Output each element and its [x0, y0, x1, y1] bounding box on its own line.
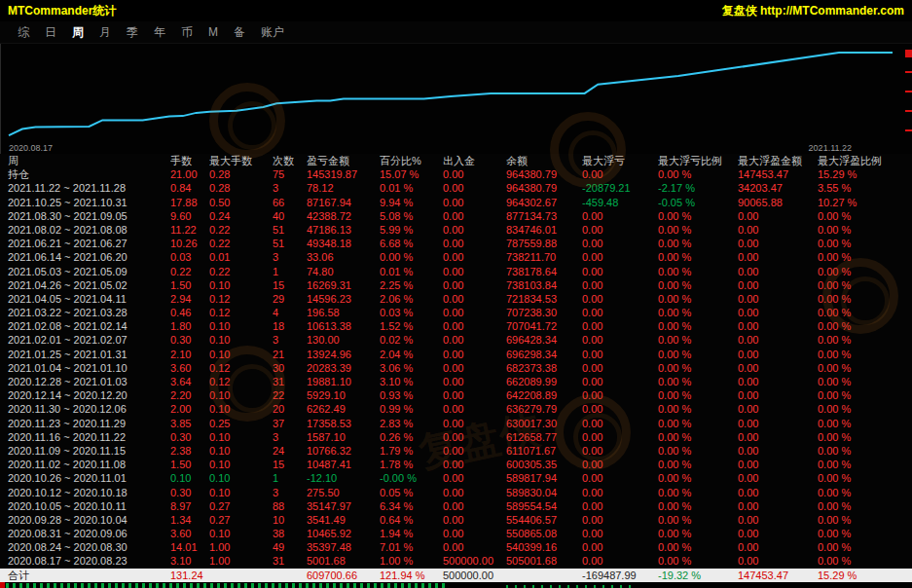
cell: 2021.02.08 ~ 2021.02.14 [8, 319, 170, 333]
cell: 0.00 % [818, 540, 912, 554]
cell: 0.00 [582, 430, 658, 444]
cell: 周 [8, 154, 170, 167]
table-row[interactable]: 2020.08.31 ~ 2020.09.063.600.103810465.9… [0, 527, 912, 540]
cell: 2.06 % [380, 292, 443, 306]
cell: 0.00 [443, 499, 506, 513]
table-row[interactable]: 2020.12.28 ~ 2021.01.033.640.123119881.1… [0, 375, 912, 388]
titlebar-link[interactable]: 复盘侠 http://MTCommander.com [722, 3, 904, 19]
cell: 0.00 [443, 486, 506, 499]
table-row[interactable]: 2020.11.02 ~ 2020.11.081.500.101510487.4… [0, 458, 912, 471]
menu-item-日[interactable]: 日 [37, 24, 64, 41]
cell: 0.01 [209, 250, 273, 264]
cell: 5929.10 [307, 388, 380, 402]
cell: 余额 [506, 154, 582, 167]
cell: 0.00 [443, 292, 506, 306]
table-row[interactable]: 2021.04.26 ~ 2021.05.021.500.101516269.3… [0, 278, 912, 292]
table-row[interactable]: 持仓21.000.2875145319.8715.07 %0.00964380.… [0, 167, 912, 181]
cell: 0.00 [738, 513, 818, 527]
table-row[interactable]: 2021.02.01 ~ 2021.02.070.300.103130.000.… [0, 333, 912, 347]
table-row[interactable]: 2021.03.22 ~ 2021.03.280.460.124196.580.… [0, 306, 912, 319]
cell: 0.00 [738, 333, 818, 347]
cell: 0.00 % [818, 375, 912, 388]
table-row[interactable]: 2020.11.30 ~ 2020.12.062.000.10206262.49… [0, 402, 912, 416]
cell: 612658.77 [506, 430, 582, 444]
total-row[interactable]: 合计131.24609700.66121.94 %500000.00-16948… [0, 569, 912, 582]
cell: 40 [273, 209, 307, 223]
cell: 3 [273, 486, 307, 499]
cell: 10766.32 [307, 444, 380, 458]
cell: 0.00 % [658, 209, 738, 223]
cell: 0.00 [443, 348, 506, 361]
cell: 0.27 [209, 499, 273, 513]
cell: 121.94 % [380, 569, 443, 582]
cell: 642208.89 [506, 388, 582, 402]
cell: 1.00 % [380, 554, 443, 568]
table-row[interactable]: 2021.05.03 ~ 2021.05.090.220.22174.800.0… [0, 265, 912, 278]
cell: 2021.01.25 ~ 2021.01.31 [8, 348, 170, 361]
cell: 31 [273, 554, 307, 568]
cell: 131.24 [170, 569, 209, 582]
cell: 787559.88 [506, 237, 582, 250]
table-row[interactable]: 2021.08.02 ~ 2021.08.0811.220.225147186.… [0, 223, 912, 237]
cell: 0.00 [443, 167, 506, 181]
cell: 589817.94 [506, 471, 582, 485]
cell: 0.30 [170, 486, 209, 499]
cell: 0.00 % [658, 527, 738, 540]
table-row[interactable]: 2021.06.21 ~ 2021.06.2710.260.225149348.… [0, 237, 912, 250]
cell: 6.68 % [380, 237, 443, 250]
cell: 74.80 [307, 265, 380, 278]
cell: -0.05 % [658, 196, 738, 209]
cell: 0.22 [170, 265, 209, 278]
cell: 2.20 [170, 388, 209, 402]
table-row[interactable]: 2021.10.25 ~ 2021.10.3117.880.506687167.… [0, 196, 912, 209]
cell: 0.00 % [658, 471, 738, 485]
menu-item-综[interactable]: 综 [10, 24, 37, 41]
menu-item-M[interactable]: M [201, 25, 226, 39]
table-row[interactable]: 2020.08.17 ~ 2020.08.233.101.00315001.68… [0, 554, 912, 568]
menu-item-季[interactable]: 季 [119, 24, 146, 41]
menu-item-年[interactable]: 年 [146, 24, 173, 41]
menu-item-账户[interactable]: 账户 [253, 24, 292, 41]
cell: 0.00 [443, 527, 506, 540]
table-row[interactable]: 2020.11.23 ~ 2020.11.293.850.253717358.5… [0, 417, 912, 430]
cell: 15 [273, 458, 307, 471]
cell: 738211.70 [506, 250, 582, 264]
table-row[interactable]: 2020.09.28 ~ 2020.10.041.340.27103541.49… [0, 513, 912, 527]
cell: 10.26 [170, 237, 209, 250]
cell: 0.10 [209, 444, 273, 458]
cell: 0.10 [209, 471, 273, 485]
table-row[interactable]: 2020.11.09 ~ 2020.11.152.380.102410766.3… [0, 444, 912, 458]
cell: 5.08 % [380, 209, 443, 223]
menu-item-币[interactable]: 币 [173, 24, 201, 41]
table-row[interactable]: 2020.12.14 ~ 2020.12.202.200.10225929.10… [0, 388, 912, 402]
table-row[interactable]: 2021.02.08 ~ 2021.02.141.800.101810613.3… [0, 319, 912, 333]
cell: 15.29 % [818, 569, 912, 582]
table-row[interactable]: 2021.08.30 ~ 2021.09.059.600.244042388.7… [0, 209, 912, 223]
cell: 0.10 [209, 319, 273, 333]
cell: 707238.30 [506, 306, 582, 319]
table-row[interactable]: 2021.01.25 ~ 2021.01.312.100.102113924.9… [0, 348, 912, 361]
title-bar: MTCommander统计 复盘侠 http://MTCommander.com [0, 0, 912, 21]
cell: 0.00 % [658, 499, 738, 513]
cell: 34203.47 [738, 181, 818, 195]
cell: 1.34 [170, 513, 209, 527]
cell: 554406.57 [506, 513, 582, 527]
table-row[interactable]: 2021.04.05 ~ 2021.04.112.940.122914596.2… [0, 292, 912, 306]
cell: 500000.00 [443, 569, 506, 582]
menu-item-周[interactable]: 周 [64, 24, 91, 41]
table-row[interactable]: 2020.10.12 ~ 2020.10.180.300.103275.500.… [0, 486, 912, 499]
table-row[interactable]: 2021.06.14 ~ 2021.06.200.030.01333.060.0… [0, 250, 912, 264]
table-row[interactable]: 2021.11.22 ~ 2021.11.280.840.28378.120.0… [0, 181, 912, 195]
table-row[interactable]: 2020.10.05 ~ 2020.10.118.970.278835147.9… [0, 499, 912, 513]
cell: 15.29 % [818, 167, 912, 181]
menu-item-备[interactable]: 备 [226, 24, 253, 41]
cell: 3 [273, 430, 307, 444]
menu-item-月[interactable]: 月 [91, 24, 119, 41]
table-row[interactable]: 2020.11.16 ~ 2020.11.220.300.1031587.100… [0, 430, 912, 444]
cell: 682373.38 [506, 361, 582, 375]
cell: 0.10 [209, 402, 273, 416]
table-row[interactable]: 2021.01.04 ~ 2021.01.103.600.123020283.3… [0, 361, 912, 375]
table-row[interactable]: 2020.08.24 ~ 2020.08.3014.011.004935397.… [0, 540, 912, 554]
table-row[interactable]: 2020.10.26 ~ 2020.11.010.100.101-12.10-0… [0, 471, 912, 485]
mini-chart-green-bars [6, 583, 449, 588]
